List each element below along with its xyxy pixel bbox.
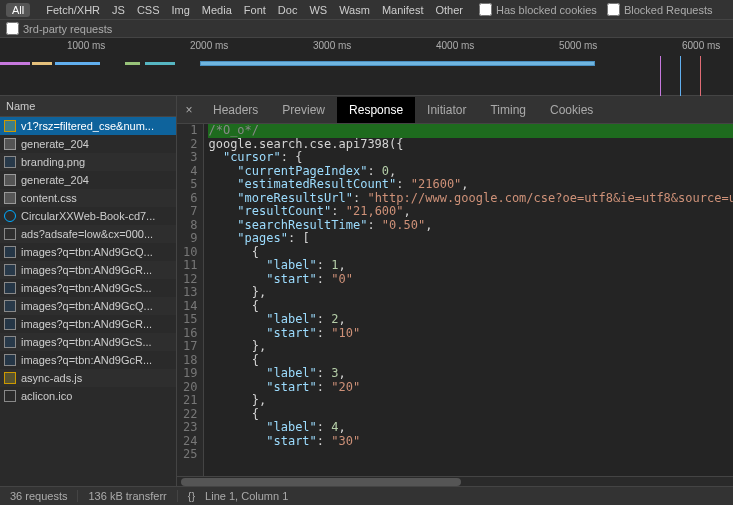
checkbox-blocked-cookies[interactable]: Has blocked cookies	[479, 3, 597, 16]
timeline-label: 4000 ms	[436, 40, 474, 51]
request-name: async-ads.js	[21, 372, 82, 384]
filter-wasm[interactable]: Wasm	[333, 3, 376, 17]
img-file-icon	[4, 246, 16, 258]
filter-ws[interactable]: WS	[303, 3, 333, 17]
timeline-label: 3000 ms	[313, 40, 351, 51]
request-row[interactable]: content.css	[0, 189, 176, 207]
checkbox-3rd-party-label: 3rd-party requests	[23, 23, 112, 35]
filter-all[interactable]: All	[6, 3, 30, 17]
request-name: generate_204	[21, 138, 89, 150]
request-row[interactable]: ads?adsafe=low&cx=000...	[0, 225, 176, 243]
timeline-label: 6000 ms	[682, 40, 720, 51]
request-name: content.css	[21, 192, 77, 204]
request-name: images?q=tbn:ANd9GcR...	[21, 264, 152, 276]
tab-headers[interactable]: Headers	[201, 97, 270, 123]
request-row[interactable]: images?q=tbn:ANd9GcR...	[0, 315, 176, 333]
request-row[interactable]: v1?rsz=filtered_cse&num...	[0, 117, 176, 135]
status-request-count: 36 requests	[0, 490, 78, 502]
filter-media[interactable]: Media	[196, 3, 238, 17]
js-file-icon	[4, 120, 16, 132]
scrollbar-thumb[interactable]	[181, 478, 461, 486]
img-file-icon	[4, 336, 16, 348]
other-file-icon	[4, 390, 16, 402]
img-file-icon	[4, 318, 16, 330]
request-row[interactable]: images?q=tbn:ANd9GcQ...	[0, 297, 176, 315]
filter-fetch-xhr[interactable]: Fetch/XHR	[40, 3, 106, 17]
line-gutter: 1234567891011121314151617181920212223242…	[177, 124, 204, 476]
request-row[interactable]: generate_204	[0, 171, 176, 189]
request-name: images?q=tbn:ANd9GcQ...	[21, 300, 153, 312]
checkbox-blocked-cookies-box[interactable]	[479, 3, 492, 16]
request-list-panel: Name v1?rsz=filtered_cse&num...generate_…	[0, 96, 177, 486]
js-file-icon	[4, 372, 16, 384]
request-row[interactable]: images?q=tbn:ANd9GcS...	[0, 279, 176, 297]
request-name: v1?rsz=filtered_cse&num...	[21, 120, 154, 132]
filter-manifest[interactable]: Manifest	[376, 3, 430, 17]
checkbox-blocked-cookies-label: Has blocked cookies	[496, 4, 597, 16]
checkbox-blocked-requests-label: Blocked Requests	[624, 4, 713, 16]
horizontal-scrollbar[interactable]	[177, 476, 733, 486]
filter-other[interactable]: Other	[429, 3, 469, 17]
network-filter-row-2: 3rd-party requests	[0, 20, 733, 38]
request-row[interactable]: images?q=tbn:ANd9GcR...	[0, 351, 176, 369]
css-file-icon	[4, 192, 16, 204]
pretty-print-icon[interactable]: {}	[188, 490, 195, 502]
status-bar: 36 requests 136 kB transferr {} Line 1, …	[0, 486, 733, 505]
tab-initiator[interactable]: Initiator	[415, 97, 478, 123]
request-row[interactable]: images?q=tbn:ANd9GcR...	[0, 261, 176, 279]
request-row[interactable]: images?q=tbn:ANd9GcQ...	[0, 243, 176, 261]
code-content[interactable]: /*O_o*/google.search.cse.api7398({ "curs…	[204, 124, 733, 476]
request-list: v1?rsz=filtered_cse&num...generate_204br…	[0, 117, 176, 486]
filter-js[interactable]: JS	[106, 3, 131, 17]
img-file-icon	[4, 354, 16, 366]
tab-cookies[interactable]: Cookies	[538, 97, 605, 123]
tab-preview[interactable]: Preview	[270, 97, 337, 123]
network-timeline[interactable]: 1000 ms2000 ms3000 ms4000 ms5000 ms6000 …	[0, 38, 733, 96]
filter-css[interactable]: CSS	[131, 3, 166, 17]
img-file-icon	[4, 264, 16, 276]
request-name: ads?adsafe=low&cx=000...	[21, 228, 153, 240]
checkbox-blocked-requests[interactable]: Blocked Requests	[607, 3, 713, 16]
img-file-icon	[4, 282, 16, 294]
request-name: images?q=tbn:ANd9GcR...	[21, 318, 152, 330]
checkbox-3rd-party-box[interactable]	[6, 22, 19, 35]
filter-img[interactable]: Img	[166, 3, 196, 17]
network-filter-bar: All Fetch/XHRJSCSSImgMediaFontDocWSWasmM…	[0, 0, 733, 20]
request-name: images?q=tbn:ANd9GcS...	[21, 336, 152, 348]
filter-doc[interactable]: Doc	[272, 3, 304, 17]
request-name: images?q=tbn:ANd9GcQ...	[21, 246, 153, 258]
request-row[interactable]: generate_204	[0, 135, 176, 153]
request-row[interactable]: async-ads.js	[0, 369, 176, 387]
request-row[interactable]: CircularXXWeb-Book-cd7...	[0, 207, 176, 225]
checkbox-blocked-requests-box[interactable]	[607, 3, 620, 16]
status-transfer-size: 136 kB transferr	[78, 490, 177, 502]
img-file-icon	[4, 156, 16, 168]
checkbox-3rd-party[interactable]: 3rd-party requests	[6, 22, 112, 35]
request-name: branding.png	[21, 156, 85, 168]
request-list-header[interactable]: Name	[0, 96, 176, 117]
response-body[interactable]: 1234567891011121314151617181920212223242…	[177, 124, 733, 476]
close-icon[interactable]: ×	[177, 103, 201, 117]
font-file-icon	[4, 210, 16, 222]
cursor-position: Line 1, Column 1	[205, 490, 288, 502]
filter-font[interactable]: Font	[238, 3, 272, 17]
request-name: CircularXXWeb-Book-cd7...	[21, 210, 155, 222]
request-name: aclicon.ico	[21, 390, 72, 402]
other-file-icon	[4, 228, 16, 240]
request-row[interactable]: images?q=tbn:ANd9GcS...	[0, 333, 176, 351]
request-row[interactable]: aclicon.ico	[0, 387, 176, 405]
request-name: generate_204	[21, 174, 89, 186]
img-file-icon	[4, 300, 16, 312]
tab-response[interactable]: Response	[337, 97, 415, 123]
request-name: images?q=tbn:ANd9GcS...	[21, 282, 152, 294]
request-row[interactable]: branding.png	[0, 153, 176, 171]
timeline-label: 1000 ms	[67, 40, 105, 51]
timeline-label: 5000 ms	[559, 40, 597, 51]
tab-timing[interactable]: Timing	[478, 97, 538, 123]
doc-file-icon	[4, 138, 16, 150]
request-name: images?q=tbn:ANd9GcR...	[21, 354, 152, 366]
doc-file-icon	[4, 174, 16, 186]
detail-tabs: × HeadersPreviewResponseInitiatorTimingC…	[177, 96, 733, 124]
timeline-label: 2000 ms	[190, 40, 228, 51]
